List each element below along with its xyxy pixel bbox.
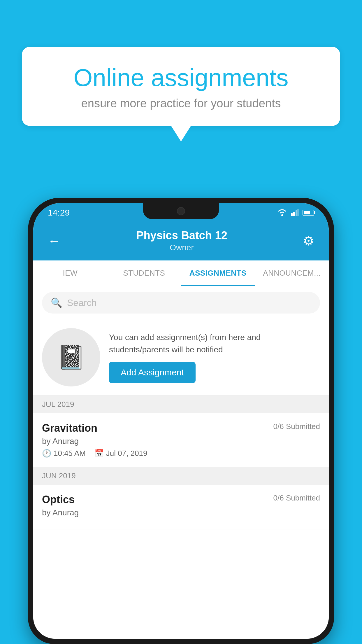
search-container: 🔍 Search [33, 286, 329, 319]
assignment-date: 📅 Jul 07, 2019 [94, 449, 147, 458]
phone-frame: 14:29 [28, 198, 334, 644]
search-icon: 🔍 [51, 297, 62, 308]
header-title-group: Physics Batch 12 Owner [136, 229, 227, 252]
speech-bubble-subtitle: ensure more practice for your students [42, 97, 320, 110]
add-assignment-button[interactable]: Add Assignment [109, 362, 196, 383]
assignment-submitted: 0/6 Submitted [273, 422, 320, 431]
assignment-name-optics: Optics [42, 494, 75, 506]
wifi-icon [277, 209, 287, 216]
screen-content: 🔍 Search 📓 You can add assignment(s) fro… [33, 286, 329, 639]
status-icons [277, 209, 314, 216]
phone-notch [143, 203, 219, 219]
svg-rect-2 [293, 212, 295, 216]
camera-lens [177, 207, 185, 215]
svg-rect-1 [291, 213, 293, 216]
tab-announcements[interactable]: ANNOUNCEM... [255, 260, 329, 286]
back-button[interactable]: ← [48, 234, 61, 248]
assignment-by: by Anurag [42, 437, 320, 446]
search-input-placeholder[interactable]: Search [67, 298, 96, 308]
promo-section: 📓 You can add assignment(s) from here an… [33, 319, 329, 396]
battery-icon [303, 210, 314, 216]
header-subtitle: Owner [136, 243, 227, 252]
assignment-meta: 🕐 10:45 AM 📅 Jul 07, 2019 [42, 449, 320, 458]
notebook-icon: 📓 [57, 344, 86, 371]
assignment-time: 🕐 10:45 AM [42, 449, 86, 458]
tab-assignments[interactable]: ASSIGNMENTS [181, 260, 255, 286]
assignment-top-row: Gravitation 0/6 Submitted [42, 422, 320, 434]
tab-students[interactable]: STUDENTS [107, 260, 181, 286]
status-time: 14:29 [48, 208, 70, 218]
promo-content: You can add assignment(s) from here and … [109, 331, 320, 383]
month-separator-jul: JUL 2019 [33, 396, 329, 413]
speech-bubble-title: Online assignments [42, 64, 320, 91]
assignment-item-gravitation[interactable]: Gravitation 0/6 Submitted by Anurag 🕐 10… [33, 413, 329, 467]
svg-rect-3 [296, 210, 297, 216]
assignment-top-row-optics: Optics 0/6 Submitted [42, 494, 320, 506]
search-bar[interactable]: 🔍 Search [42, 292, 320, 314]
promo-text: You can add assignment(s) from here and … [109, 331, 320, 356]
svg-rect-4 [297, 209, 299, 216]
speech-bubble-card: Online assignments ensure more practice … [22, 47, 340, 126]
clock-icon: 🕐 [42, 449, 51, 458]
settings-button[interactable]: ⚙ [303, 233, 314, 248]
assignment-name: Gravitation [42, 422, 97, 434]
app-header: ← Physics Batch 12 Owner ⚙ [33, 222, 329, 260]
calendar-icon: 📅 [94, 449, 104, 458]
phone-screen: 14:29 [33, 203, 329, 639]
month-separator-jun: JUN 2019 [33, 467, 329, 485]
header-title: Physics Batch 12 [136, 229, 227, 242]
speech-bubble-pointer [171, 125, 191, 141]
assignment-by-optics: by Anurag [42, 508, 320, 517]
assignment-submitted-optics: 0/6 Submitted [273, 494, 320, 503]
assignment-item-optics[interactable]: Optics 0/6 Submitted by Anurag [33, 485, 329, 529]
signal-icon [291, 209, 299, 216]
promo-icon-circle: 📓 [42, 328, 100, 386]
tab-iew[interactable]: IEW [33, 260, 107, 286]
svg-point-0 [281, 214, 283, 216]
speech-bubble-section: Online assignments ensure more practice … [22, 47, 340, 141]
tabs-bar: IEW STUDENTS ASSIGNMENTS ANNOUNCEM... [33, 260, 329, 286]
